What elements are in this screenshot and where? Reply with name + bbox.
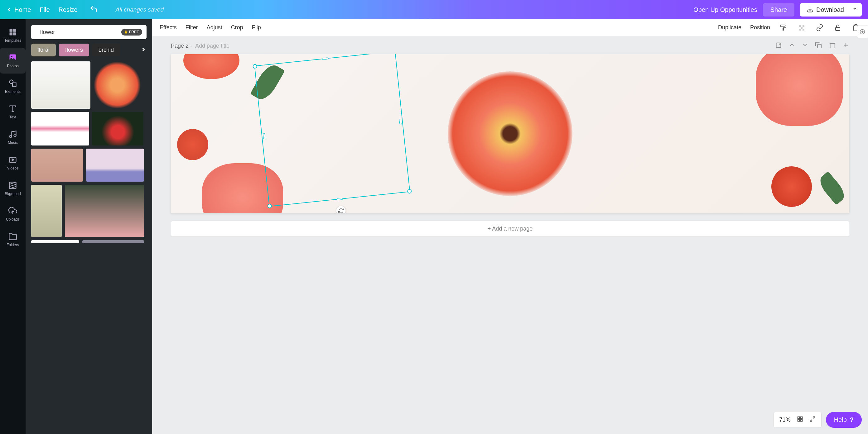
position-button[interactable]: Position	[750, 24, 770, 31]
file-menu[interactable]: File	[40, 6, 50, 13]
share-button[interactable]: Share	[763, 3, 795, 16]
page-title-input[interactable]: Add page title	[195, 43, 229, 49]
page-notes-button[interactable]	[775, 42, 782, 50]
svg-rect-8	[12, 83, 16, 87]
svg-rect-4	[13, 32, 16, 35]
photo-result[interactable]	[31, 185, 62, 237]
plus-icon	[842, 42, 849, 48]
photo-result[interactable]	[31, 148, 83, 181]
rail-label: Videos	[7, 166, 19, 170]
undo-button[interactable]	[90, 5, 98, 14]
selection-box[interactable]	[254, 54, 410, 207]
resize-handle-top[interactable]	[322, 57, 328, 60]
free-label: FREE	[129, 30, 139, 34]
help-button[interactable]: Help ?	[826, 412, 862, 428]
svg-point-10	[14, 135, 16, 137]
page-move-up[interactable]	[789, 42, 795, 50]
lock-open-icon	[834, 24, 841, 31]
download-button[interactable]: Download	[800, 3, 851, 16]
rail-label: Uploads	[6, 217, 20, 222]
photo-result[interactable]	[31, 61, 90, 109]
chevron-up-icon	[789, 42, 795, 48]
search-input[interactable]	[40, 29, 113, 35]
tags-scroll-right[interactable]	[140, 46, 147, 55]
photos-icon	[8, 53, 17, 62]
photo-result[interactable]	[92, 112, 144, 145]
crop-button[interactable]: Crop	[231, 24, 243, 31]
page-move-down[interactable]	[802, 42, 808, 50]
photo-result[interactable]	[82, 240, 144, 243]
photo-result[interactable]	[31, 112, 89, 145]
elements-icon	[8, 79, 17, 88]
effects-button[interactable]: Effects	[160, 24, 177, 31]
trash-icon	[829, 42, 836, 48]
rail-label: Text	[9, 115, 16, 119]
side-panel: ♛ FREE floral flowers orchid	[26, 19, 152, 434]
search-icon	[35, 28, 36, 36]
adjust-button[interactable]: Adjust	[207, 24, 222, 31]
rail-music[interactable]: Music	[0, 125, 26, 150]
svg-rect-23	[803, 29, 804, 31]
svg-point-6	[11, 56, 12, 57]
photo-result[interactable]	[65, 185, 144, 237]
download-dropdown[interactable]	[848, 3, 862, 16]
rail-photos[interactable]: Photos	[0, 48, 26, 73]
page-add[interactable]	[842, 42, 849, 50]
svg-rect-31	[800, 417, 802, 419]
grid-icon	[797, 416, 803, 422]
free-filter-pill[interactable]: ♛ FREE	[121, 29, 142, 35]
resize-handle-left[interactable]	[263, 133, 265, 139]
rail-folders[interactable]: Folders	[0, 227, 26, 253]
top-menu-bar: Home File Resize All changes saved Open …	[0, 0, 868, 19]
copy-style-button[interactable]	[779, 23, 788, 32]
fullscreen-button[interactable]	[809, 416, 816, 424]
rail-elements[interactable]: Elements	[0, 73, 26, 99]
grid-view-button[interactable]	[797, 416, 803, 424]
tag-floral[interactable]: floral	[31, 44, 56, 56]
page-duplicate[interactable]	[815, 42, 822, 50]
flip-button[interactable]: Flip	[252, 24, 261, 31]
svg-rect-33	[800, 420, 802, 422]
home-button[interactable]: Home	[6, 6, 31, 13]
zoom-controls: 71%	[774, 412, 822, 428]
design-canvas[interactable]	[171, 54, 849, 213]
background-icon	[8, 181, 17, 190]
transparency-icon	[798, 24, 805, 31]
svg-rect-24	[836, 27, 840, 31]
save-status: All changes saved	[116, 6, 164, 13]
resize-handle-tl[interactable]	[252, 64, 257, 69]
rail-bkground[interactable]: Bkground	[0, 176, 26, 201]
zoom-level[interactable]: 71%	[779, 416, 791, 423]
quick-action-button[interactable]	[857, 26, 868, 38]
add-page-button[interactable]: + Add a new page	[171, 221, 849, 237]
opportunities-link[interactable]: Open Up Opportunities	[693, 6, 757, 13]
photo-result[interactable]	[94, 61, 141, 109]
page-delete[interactable]	[829, 42, 836, 50]
text-icon	[8, 104, 17, 113]
music-icon	[8, 130, 17, 139]
sparkle-icon	[859, 28, 866, 35]
duplicate-button[interactable]: Duplicate	[718, 24, 741, 31]
tag-orchid[interactable]: orchid	[92, 44, 120, 56]
photo-result[interactable]	[31, 240, 79, 243]
lock-button[interactable]	[833, 23, 842, 32]
resize-handle-right[interactable]	[399, 119, 402, 125]
rail-uploads[interactable]: Uploads	[0, 201, 26, 227]
templates-icon	[8, 28, 17, 36]
rail-text[interactable]: Text	[0, 99, 26, 125]
tag-flowers[interactable]: flowers	[59, 44, 89, 56]
rail-videos[interactable]: Videos	[0, 150, 26, 176]
rail-templates[interactable]: Templates	[0, 23, 26, 48]
tag-row: floral flowers orchid	[31, 44, 147, 56]
filter-button[interactable]: Filter	[186, 24, 198, 31]
resize-menu[interactable]: Resize	[59, 6, 78, 13]
undo-icon	[90, 5, 98, 13]
svg-rect-18	[781, 25, 785, 27]
svg-rect-22	[799, 29, 801, 31]
rail-label: Music	[8, 140, 18, 145]
chevron-down-icon	[852, 6, 858, 11]
transparency-button[interactable]	[797, 23, 806, 32]
link-button[interactable]	[815, 23, 824, 32]
photo-result[interactable]	[86, 148, 144, 181]
crown-icon: ♛	[124, 30, 128, 34]
